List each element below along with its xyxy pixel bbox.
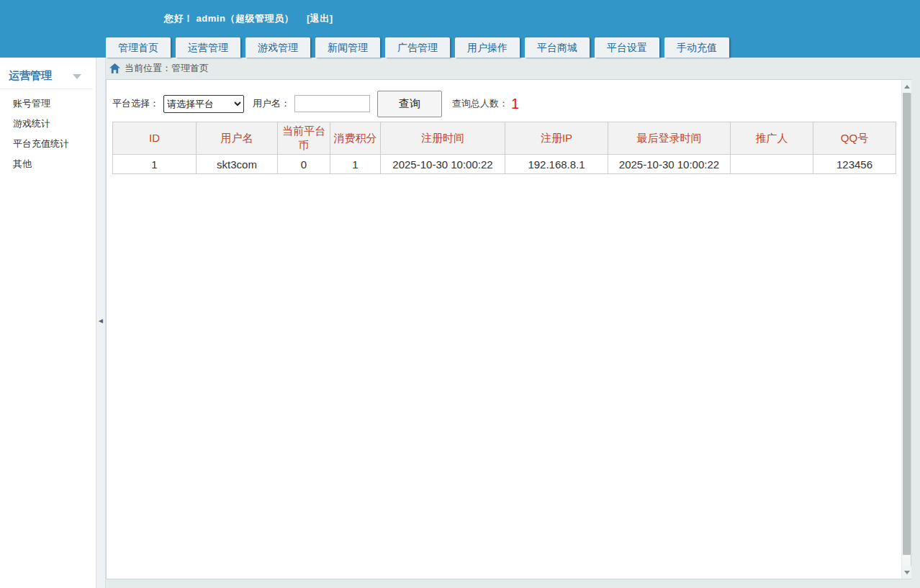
table-row: 1skt3com012025-10-30 10:00:22192.168.8.1… — [113, 155, 896, 174]
vertical-scrollbar[interactable] — [901, 80, 911, 579]
arrow-down-icon — [904, 571, 910, 574]
sidebar-section-title: 运营管理 — [9, 69, 52, 81]
table-cell: 1 — [113, 155, 197, 174]
sidebar-item-2[interactable]: 游戏统计 — [0, 114, 96, 134]
nav-tab-3[interactable]: 游戏管理 — [245, 37, 310, 58]
top-header: 您好！ admin（超级管理员） [退出] 管理首页运营管理游戏管理新闻管理广告… — [0, 0, 920, 58]
arrow-up-icon — [904, 85, 910, 89]
table-cell: 2025-10-30 10:00:22 — [608, 155, 731, 174]
sidebar-section-header[interactable]: 运营管理 — [0, 65, 93, 89]
main-content: 当前位置：管理首页 平台选择： 请选择平台 用户名： 查询 查询总人数： 1 I… — [106, 58, 920, 588]
search-button[interactable]: 查询 — [377, 91, 442, 117]
collapse-arrow-icon[interactable]: ◄ — [97, 317, 104, 325]
column-header: ID — [113, 122, 197, 155]
platform-select[interactable]: 请选择平台 — [163, 95, 244, 113]
sidebar: 运营管理 账号管理游戏统计平台充值统计其他 — [0, 58, 96, 588]
table-cell: 1 — [330, 155, 381, 174]
total-count-label: 查询总人数： — [452, 97, 508, 110]
user-greeting: 您好！ admin（超级管理员） — [164, 13, 294, 24]
table-cell: 123456 — [813, 155, 896, 174]
nav-tab-8[interactable]: 平台设置 — [595, 37, 659, 58]
sidebar-item-4[interactable]: 其他 — [0, 154, 96, 174]
logout-link[interactable]: [退出] — [307, 13, 333, 24]
content-panel: 平台选择： 请选择平台 用户名： 查询 查询总人数： 1 ID用户名当前平台币消… — [106, 79, 911, 579]
column-header: 用户名 — [197, 122, 278, 155]
nav-tab-5[interactable]: 广告管理 — [385, 37, 450, 58]
column-header: 推广人 — [731, 122, 813, 155]
table-cell: skt3com — [197, 155, 278, 174]
username-label: 用户名： — [253, 97, 290, 110]
column-header: 消费积分 — [330, 122, 381, 155]
column-header: 注册IP — [505, 122, 608, 155]
table-cell: 2025-10-30 10:00:22 — [381, 155, 505, 174]
nav-tab-6[interactable]: 用户操作 — [455, 37, 520, 58]
column-header: 注册时间 — [381, 122, 505, 155]
table-cell: 192.168.8.1 — [505, 155, 608, 174]
nav-tab-2[interactable]: 运营管理 — [176, 37, 240, 58]
scroll-down-button[interactable] — [902, 566, 911, 579]
scroll-up-button[interactable] — [902, 80, 911, 93]
table-header-row: ID用户名当前平台币消费积分注册时间注册IP最后登录时间推广人QQ号 — [113, 122, 896, 155]
column-header: QQ号 — [813, 122, 896, 155]
column-header: 当前平台币 — [278, 122, 330, 155]
breadcrumb: 当前位置：管理首页 — [106, 58, 920, 79]
filter-row: 平台选择： 请选择平台 用户名： 查询 查询总人数： 1 — [107, 80, 911, 117]
table-cell — [731, 155, 813, 174]
sidebar-menu: 账号管理游戏统计平台充值统计其他 — [0, 94, 96, 174]
breadcrumb-label: 当前位置：管理首页 — [125, 62, 209, 75]
column-header: 最后登录时间 — [608, 122, 731, 155]
platform-select-label: 平台选择： — [112, 97, 159, 110]
table-cell: 0 — [278, 155, 330, 174]
sidebar-splitter[interactable]: ◄ — [96, 58, 106, 588]
chevron-down-icon — [73, 74, 81, 79]
home-icon — [109, 63, 120, 73]
total-count-value: 1 — [511, 96, 519, 112]
main-nav-tabs: 管理首页运营管理游戏管理新闻管理广告管理用户操作平台商城平台设置手动充值 — [106, 37, 734, 58]
nav-tab-1[interactable]: 管理首页 — [106, 37, 171, 58]
user-info: 您好！ admin（超级管理员） [退出] — [164, 12, 333, 25]
nav-tab-7[interactable]: 平台商城 — [525, 37, 590, 58]
nav-tab-4[interactable]: 新闻管理 — [315, 37, 380, 58]
sidebar-item-3[interactable]: 平台充值统计 — [0, 134, 96, 154]
username-input[interactable] — [294, 95, 370, 112]
users-table: ID用户名当前平台币消费积分注册时间注册IP最后登录时间推广人QQ号1skt3c… — [112, 122, 896, 174]
scrollbar-thumb[interactable] — [903, 93, 911, 555]
sidebar-item-1[interactable]: 账号管理 — [0, 94, 96, 114]
nav-tab-9[interactable]: 手动充值 — [664, 37, 729, 58]
